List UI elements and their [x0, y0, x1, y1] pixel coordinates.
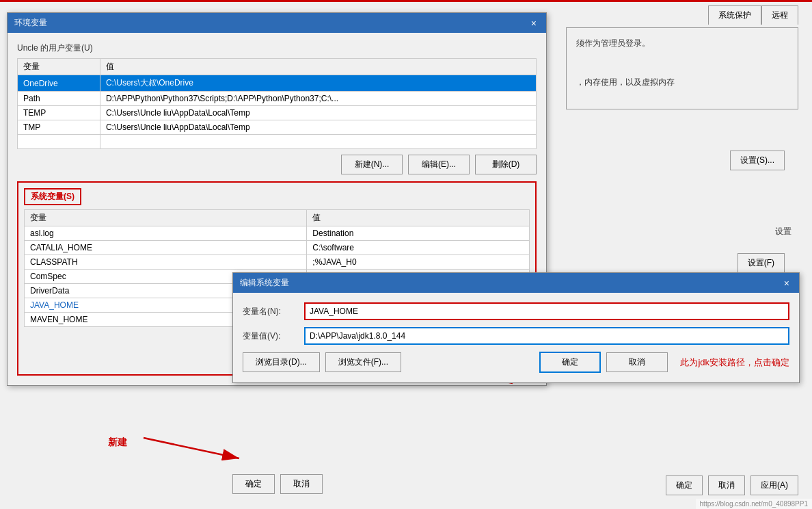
- user-var-col-header: 变量: [18, 59, 100, 75]
- user-vars-table: 变量 值 OneDrive C:\Users\大叔\OneDrive Path …: [17, 58, 537, 149]
- table-row[interactable]: asl.log Destination: [25, 226, 530, 241]
- env-bottom-confirm[interactable]: 确定: [232, 474, 275, 494]
- sys-var-name: CATALIA_HOME: [25, 241, 307, 255]
- edit-btn-row: 浏览目录(D)... 浏览文件(F)... 确定 取消 此为jdk安装路径，点击…: [243, 352, 789, 373]
- memory-note: ，内存使用，以及虚拟内存: [576, 77, 788, 88]
- empty-cell: [18, 135, 100, 149]
- user-btn-row: 新建(N)... 编辑(E)... 删除(D): [17, 155, 537, 174]
- user-edit-button[interactable]: 编辑(E)...: [408, 155, 470, 174]
- var-value-label: 变量值(V):: [243, 330, 297, 342]
- table-row[interactable]: TMP C:\Users\Uncle liu\AppData\Local\Tem…: [18, 120, 537, 135]
- new-annotation-label: 新建: [108, 436, 127, 449]
- tab-remote[interactable]: 远程: [761, 5, 798, 25]
- user-var-val: C:\Users\大叔\OneDrive: [100, 75, 536, 92]
- user-section-label: Uncle 的用户变量(U): [17, 42, 537, 54]
- sys-val-col-header: 值: [307, 210, 530, 226]
- tab-system-protection[interactable]: 系统保护: [708, 5, 761, 25]
- var-name-row: 变量名(N):: [243, 302, 789, 320]
- user-var-name: OneDrive: [18, 75, 100, 92]
- edit-dialog-titlebar: 编辑系统变量 ×: [233, 273, 799, 293]
- empty-cell: [100, 135, 536, 149]
- var-name-label: 变量名(N):: [243, 306, 297, 317]
- sys-var-name: CLASSPATH: [25, 255, 307, 270]
- table-row[interactable]: CLASSPATH ;%JAVA_H0: [25, 255, 530, 270]
- settings-btn-1[interactable]: 设置(S)...: [730, 151, 785, 170]
- admin-note: 须作为管理员登录。: [576, 38, 788, 49]
- top-red-line: [0, 0, 812, 2]
- user-new-button[interactable]: 新建(N)...: [341, 155, 403, 174]
- user-var-name: TMP: [18, 120, 100, 135]
- sys-var-val: C:\software: [307, 241, 530, 255]
- table-row[interactable]: CATALIA_HOME C:\software: [25, 241, 530, 255]
- edit-right-buttons: 确定 取消 此为jdk安装路径，点击确定: [539, 352, 789, 373]
- browse-dir-button[interactable]: 浏览目录(D)...: [243, 352, 320, 372]
- edit-dialog-close[interactable]: ×: [781, 278, 792, 289]
- env-dialog-bottom-btns: 确定 取消: [232, 474, 323, 494]
- edit-annotation: 此为jdk安装路径，点击确定: [680, 356, 789, 369]
- edit-dialog-title: 编辑系统变量: [240, 277, 289, 289]
- edit-dialog: 编辑系统变量 × 变量名(N): 变量值(V): 浏览目录(D)... 浏览文件…: [232, 272, 800, 383]
- bg-content-area: 须作为管理员登录。 ，内存使用，以及虚拟内存: [566, 27, 798, 109]
- bg-apply-button[interactable]: 应用(A): [750, 475, 798, 495]
- env-bottom-cancel[interactable]: 取消: [280, 474, 323, 494]
- edit-dialog-body: 变量名(N): 变量值(V): 浏览目录(D)... 浏览文件(F)... 确定…: [233, 293, 799, 382]
- env-dialog-close[interactable]: ×: [528, 18, 539, 29]
- table-row[interactable]: Path D:\APP\Python\Python37\Scripts;D:\A…: [18, 92, 537, 106]
- edit-confirm-button[interactable]: 确定: [539, 352, 601, 373]
- table-row: [18, 135, 537, 149]
- sys-var-val: Destination: [307, 226, 530, 241]
- table-row[interactable]: TEMP C:\Users\Uncle liu\AppData\Local\Te…: [18, 106, 537, 120]
- user-var-val: C:\Users\Uncle liu\AppData\Local\Temp: [100, 106, 536, 120]
- user-var-name: TEMP: [18, 106, 100, 120]
- user-var-name: Path: [18, 92, 100, 106]
- bg-bottom-buttons: 确定 取消 应用(A): [666, 475, 798, 495]
- settings-btn-2[interactable]: 设置(F): [737, 253, 785, 273]
- var-value-input[interactable]: [304, 327, 789, 345]
- user-var-val: C:\Users\Uncle liu\AppData\Local\Temp: [100, 120, 536, 135]
- sys-var-col-header: 变量: [25, 210, 307, 226]
- env-dialog-titlebar: 环境变量 ×: [8, 13, 546, 33]
- bg-cancel-button[interactable]: 取消: [708, 475, 745, 495]
- edit-cancel-button[interactable]: 取消: [606, 352, 668, 372]
- sys-section-label: 系统变量(S): [24, 188, 81, 205]
- user-var-val: D:\APP\Python\Python37\Scripts;D:\APP\Py…: [100, 92, 536, 106]
- user-delete-button[interactable]: 删除(D): [475, 155, 537, 174]
- var-name-input[interactable]: [304, 302, 789, 320]
- settings-section-label: 设置: [775, 226, 791, 237]
- sys-var-name: asl.log: [25, 226, 307, 241]
- env-dialog-title: 环境变量: [14, 17, 47, 29]
- edit-left-buttons: 浏览目录(D)... 浏览文件(F)...: [243, 352, 401, 372]
- sys-var-val: ;%JAVA_H0: [307, 255, 530, 270]
- browse-file-button[interactable]: 浏览文件(F)...: [325, 352, 401, 372]
- var-value-row: 变量值(V):: [243, 327, 789, 345]
- bg-ok-button[interactable]: 确定: [666, 475, 703, 495]
- watermark: https://blog.csdn.net/m0_40898PP1: [696, 499, 812, 509]
- table-row[interactable]: OneDrive C:\Users\大叔\OneDrive: [18, 75, 537, 92]
- user-val-col-header: 值: [100, 59, 536, 75]
- bg-tabs: 系统保护 远程: [708, 5, 798, 25]
